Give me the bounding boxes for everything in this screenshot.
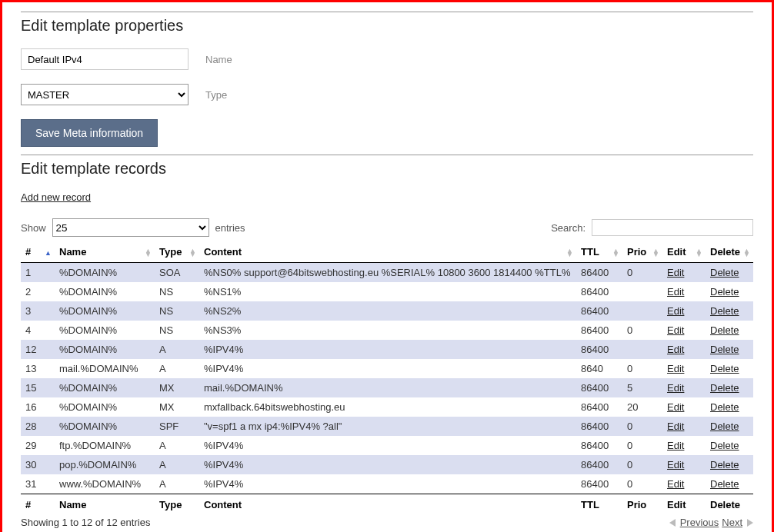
- cell-ttl: 86400: [576, 263, 622, 283]
- table-row: 2%DOMAIN%NS%NS1%86400EditDelete: [21, 282, 753, 301]
- cell-delete-link[interactable]: Delete: [710, 401, 739, 413]
- col-footer-ttl: TTL: [576, 494, 622, 514]
- sort-icon: ▲: [45, 251, 52, 254]
- cell-delete-link[interactable]: Delete: [710, 305, 739, 317]
- table-foot-row: # Name Type Content TTL Prio Edit Delete: [21, 494, 753, 514]
- cell-content: %IPV4%: [199, 474, 576, 494]
- cell-delete: Delete: [706, 397, 753, 417]
- add-record-link[interactable]: Add new record: [21, 191, 91, 203]
- cell-delete: Delete: [706, 340, 753, 359]
- col-header-type[interactable]: Type ▲▼: [155, 243, 199, 263]
- cell-edit-link[interactable]: Edit: [667, 440, 684, 451]
- datatable-search: Search:: [551, 219, 753, 236]
- cell-edit-link[interactable]: Edit: [667, 267, 684, 278]
- table-row: 12%DOMAIN%A%IPV4%86400EditDelete: [21, 340, 753, 359]
- records-table: # ▲ Name ▲▼ Type ▲▼ Content ▲▼ TTL ▲▼: [21, 243, 753, 514]
- cell-edit-link[interactable]: Edit: [667, 363, 684, 374]
- cell-content: "v=spf1 a mx ip4:%IPV4% ?all": [199, 417, 576, 436]
- cell-name: %DOMAIN%: [55, 263, 155, 283]
- cell-edit-link[interactable]: Edit: [667, 286, 684, 298]
- cell-edit-link[interactable]: Edit: [667, 478, 684, 490]
- cell-delete-link[interactable]: Delete: [710, 344, 739, 355]
- cell-edit-link[interactable]: Edit: [667, 459, 684, 470]
- datatable-info: Showing 1 to 12 of 12 entries: [21, 517, 150, 528]
- cell-edit: Edit: [662, 378, 706, 397]
- cell-prio: 0: [622, 321, 662, 340]
- col-header-delete[interactable]: Delete ▲▼: [706, 243, 753, 263]
- cell-ttl: 86400: [576, 455, 622, 474]
- cell-delete-link[interactable]: Delete: [710, 363, 739, 374]
- cell-edit-link[interactable]: Edit: [667, 421, 684, 432]
- cell-delete-link[interactable]: Delete: [710, 478, 739, 490]
- sort-icon: ▲▼: [145, 249, 152, 257]
- datatable-footer: Showing 1 to 12 of 12 entries Previous N…: [21, 517, 753, 528]
- col-footer-delete: Delete: [706, 494, 753, 514]
- datatable-paginate: Previous Next: [669, 517, 753, 528]
- cell-delete: Delete: [706, 378, 753, 397]
- cell-delete-link[interactable]: Delete: [710, 382, 739, 394]
- template-type-select[interactable]: MASTERSLAVE: [21, 84, 188, 105]
- cell-content: %NS1%: [199, 282, 576, 301]
- col-header-ttl[interactable]: TTL ▲▼: [576, 243, 622, 263]
- cell-edit: Edit: [662, 436, 706, 455]
- cell-delete: Delete: [706, 301, 753, 321]
- col-header-prio[interactable]: Prio ▲▼: [622, 243, 662, 263]
- col-footer-content: Content: [199, 494, 576, 514]
- cell-delete-link[interactable]: Delete: [710, 459, 739, 470]
- cell-ttl: 86400: [576, 397, 622, 417]
- cell-ttl: 86400: [576, 474, 622, 494]
- cell-edit-link[interactable]: Edit: [667, 401, 684, 413]
- cell-index: 1: [21, 263, 55, 283]
- table-row: 4%DOMAIN%NS%NS3%864000EditDelete: [21, 321, 753, 340]
- cell-prio: [622, 301, 662, 321]
- cell-content: %IPV4%: [199, 436, 576, 455]
- cell-edit-link[interactable]: Edit: [667, 344, 684, 355]
- cell-delete: Delete: [706, 436, 753, 455]
- cell-edit-link[interactable]: Edit: [667, 305, 684, 317]
- cell-prio: [622, 282, 662, 301]
- table-row: 30pop.%DOMAIN%A%IPV4%864000EditDelete: [21, 455, 753, 474]
- cell-prio: 20: [622, 397, 662, 417]
- cell-delete: Delete: [706, 359, 753, 378]
- cell-delete-link[interactable]: Delete: [710, 324, 739, 336]
- table-row: 1%DOMAIN%SOA%NS0% support@64bitswebhosti…: [21, 263, 753, 283]
- cell-edit: Edit: [662, 282, 706, 301]
- cell-edit: Edit: [662, 474, 706, 494]
- table-row: 13mail.%DOMAIN%A%IPV4%86400EditDelete: [21, 359, 753, 378]
- cell-type: NS: [155, 321, 199, 340]
- col-header-content[interactable]: Content ▲▼: [199, 243, 576, 263]
- cell-delete: Delete: [706, 282, 753, 301]
- divider: [21, 155, 753, 155]
- form-row-name: Name: [21, 48, 753, 70]
- label-name: Name: [205, 54, 232, 65]
- cell-delete: Delete: [706, 455, 753, 474]
- cell-delete-link[interactable]: Delete: [710, 267, 739, 278]
- cell-index: 28: [21, 417, 55, 436]
- cell-prio: 0: [622, 474, 662, 494]
- cell-edit-link[interactable]: Edit: [667, 382, 684, 394]
- col-header-edit[interactable]: Edit ▲▼: [662, 243, 706, 263]
- cell-ttl: 86400: [576, 321, 622, 340]
- cell-prio: [622, 340, 662, 359]
- cell-delete-link[interactable]: Delete: [710, 421, 739, 432]
- col-header-name[interactable]: Name ▲▼: [55, 243, 155, 263]
- page-length-select[interactable]: 102550100: [52, 218, 209, 237]
- cell-edit: Edit: [662, 340, 706, 359]
- cell-index: 30: [21, 455, 55, 474]
- cell-type: NS: [155, 301, 199, 321]
- template-name-input[interactable]: [21, 48, 188, 70]
- prev-page-link[interactable]: Previous: [680, 517, 719, 528]
- label-type: Type: [205, 89, 227, 101]
- cell-delete-link[interactable]: Delete: [710, 286, 739, 298]
- cell-edit-link[interactable]: Edit: [667, 324, 684, 336]
- cell-delete: Delete: [706, 474, 753, 494]
- search-input[interactable]: [592, 219, 753, 236]
- col-header-index[interactable]: # ▲: [21, 243, 55, 263]
- save-meta-button[interactable]: Save Meta information: [21, 119, 158, 147]
- cell-content: %IPV4%: [199, 359, 576, 378]
- next-page-link[interactable]: Next: [722, 517, 742, 528]
- cell-content: %IPV4%: [199, 340, 576, 359]
- cell-type: A: [155, 340, 199, 359]
- cell-name: www.%DOMAIN%: [55, 474, 155, 494]
- cell-delete-link[interactable]: Delete: [710, 440, 739, 451]
